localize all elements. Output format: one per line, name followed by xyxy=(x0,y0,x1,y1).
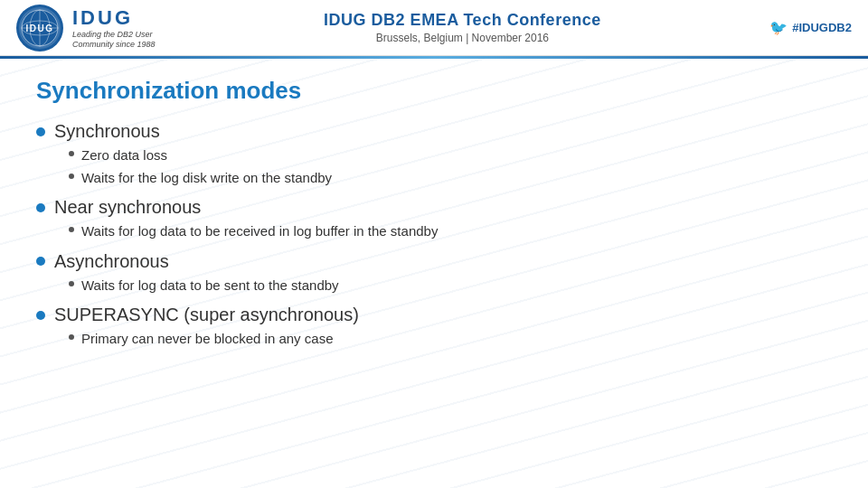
main-item-text-1: Near synchronous xyxy=(54,197,201,218)
slide-title: Synchronization modes xyxy=(36,77,832,105)
sub-item-text-0-0: Zero data loss xyxy=(81,145,167,166)
conference-title: IDUG DB2 EMEA Tech Conference xyxy=(174,11,752,30)
main-item-label-1: Near synchronous xyxy=(36,197,832,218)
sub-bullet-dot-3-0 xyxy=(69,334,74,340)
main-bullet-item-2: AsynchronousWaits for log data to be sen… xyxy=(36,251,832,296)
sub-item-text-2-0: Waits for log data to be sent to the sta… xyxy=(81,276,339,296)
sub-item-1-0: Waits for log data to be received in log… xyxy=(69,221,832,242)
sub-list-3: Primary can never be blocked in any case xyxy=(36,329,832,350)
main-item-text-0: Synchronous xyxy=(54,121,160,142)
sub-list-0: Zero data lossWaits for the log disk wri… xyxy=(36,145,832,188)
main-item-label-2: Asynchronous xyxy=(36,251,832,272)
main-item-text-2: Asynchronous xyxy=(54,251,169,272)
main-item-text-3: SUPERASYNC (super asynchronous) xyxy=(54,305,359,325)
slide-content: Synchronization modes SynchronousZero da… xyxy=(0,59,868,488)
logo-idug-text: IDUG xyxy=(72,6,156,30)
main-item-label-0: Synchronous xyxy=(36,121,832,142)
header: IDUG IDUG Leading the DB2 User Community… xyxy=(0,0,868,56)
sub-bullet-dot-0-0 xyxy=(69,151,74,156)
sub-item-3-0: Primary can never be blocked in any case xyxy=(69,329,832,350)
twitter-hashtag: #IDUGDB2 xyxy=(792,21,852,34)
twitter-bird-icon: 🐦 xyxy=(769,19,788,36)
conference-subtitle: Brussels, Belgium | November 2016 xyxy=(174,32,752,44)
sub-list-2: Waits for log data to be sent to the sta… xyxy=(36,276,832,296)
sub-list-1: Waits for log data to be received in log… xyxy=(36,221,832,242)
sub-item-text-3-0: Primary can never be blocked in any case xyxy=(81,329,333,350)
main-bullet-item-0: SynchronousZero data lossWaits for the l… xyxy=(36,121,832,188)
logo-sub1-text: Leading the DB2 User xyxy=(72,30,156,40)
sub-bullet-dot-1-0 xyxy=(69,227,74,232)
svg-text:IDUG: IDUG xyxy=(26,23,54,33)
main-bullet-dot-2 xyxy=(36,257,45,266)
sub-bullet-dot-0-1 xyxy=(69,174,74,179)
sub-item-0-0: Zero data loss xyxy=(69,145,832,166)
logo-sub2-text: Community since 1988 xyxy=(72,40,156,50)
main-bullet-dot-1 xyxy=(36,203,45,212)
idug-logo-icon: IDUG xyxy=(16,5,63,52)
main-bullet-list: SynchronousZero data lossWaits for the l… xyxy=(36,121,832,350)
main-bullet-dot-0 xyxy=(36,127,45,136)
sub-bullet-dot-2-0 xyxy=(69,281,74,286)
logo-text: IDUG Leading the DB2 User Community sinc… xyxy=(72,6,156,50)
slide: IDUG IDUG Leading the DB2 User Community… xyxy=(0,0,868,488)
sub-item-text-0-1: Waits for the log disk write on the stan… xyxy=(81,168,332,189)
sub-item-text-1-0: Waits for log data to be received in log… xyxy=(81,221,438,242)
sub-item-2-0: Waits for log data to be sent to the sta… xyxy=(69,276,832,296)
sub-item-0-1: Waits for the log disk write on the stan… xyxy=(69,168,832,189)
main-bullet-dot-3 xyxy=(36,311,45,320)
main-bullet-item-3: SUPERASYNC (super asynchronous)Primary c… xyxy=(36,305,832,350)
twitter-tag: 🐦 #IDUGDB2 xyxy=(769,19,852,36)
logo-area: IDUG IDUG Leading the DB2 User Community… xyxy=(16,5,156,52)
main-item-label-3: SUPERASYNC (super asynchronous) xyxy=(36,305,832,325)
main-bullet-item-1: Near synchronousWaits for log data to be… xyxy=(36,197,832,242)
header-center: IDUG DB2 EMEA Tech Conference Brussels, … xyxy=(156,11,770,44)
